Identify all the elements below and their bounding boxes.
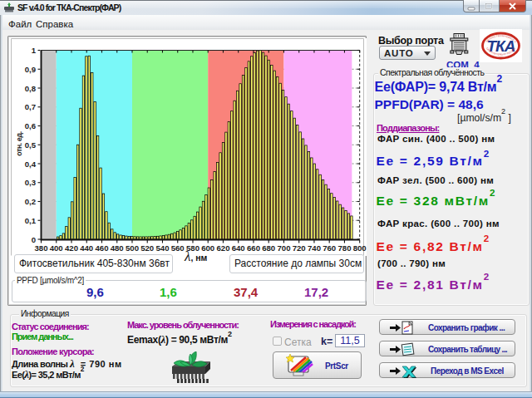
svg-text:0,9: 0,9 <box>25 65 36 74</box>
svg-text:520: 520 <box>140 243 154 253</box>
svg-text:680: 680 <box>262 243 275 253</box>
svg-text:460: 460 <box>95 243 108 253</box>
svg-text:560: 560 <box>171 243 185 253</box>
svg-text:800: 800 <box>353 243 367 253</box>
svg-text:480: 480 <box>111 243 124 253</box>
svg-text:0,5: 0,5 <box>25 140 37 150</box>
svg-text:0,8: 0,8 <box>25 84 37 93</box>
svg-text:400: 400 <box>50 243 63 253</box>
svg-text:540: 540 <box>155 243 169 253</box>
svg-text:0,3: 0,3 <box>25 178 36 187</box>
svg-text:0,2: 0,2 <box>25 197 36 206</box>
svg-text:700: 700 <box>277 243 290 253</box>
svg-text:720: 720 <box>293 243 306 253</box>
svg-text:0,7: 0,7 <box>25 102 36 111</box>
svg-text:420: 420 <box>65 243 78 253</box>
svg-text:440: 440 <box>80 243 93 253</box>
svg-text:740: 740 <box>308 243 321 253</box>
svg-text:0,6: 0,6 <box>25 121 36 130</box>
svg-text:отн. ед.: отн. ед. <box>15 131 23 155</box>
svg-text:660: 660 <box>247 243 260 253</box>
svg-text:0,4: 0,4 <box>25 160 37 169</box>
svg-text:380: 380 <box>34 243 47 253</box>
svg-text:760: 760 <box>323 243 336 253</box>
svg-text:1: 1 <box>32 46 37 55</box>
svg-text:0,1: 0,1 <box>25 216 37 225</box>
svg-text:500: 500 <box>126 243 139 253</box>
svg-text:780: 780 <box>337 243 351 253</box>
